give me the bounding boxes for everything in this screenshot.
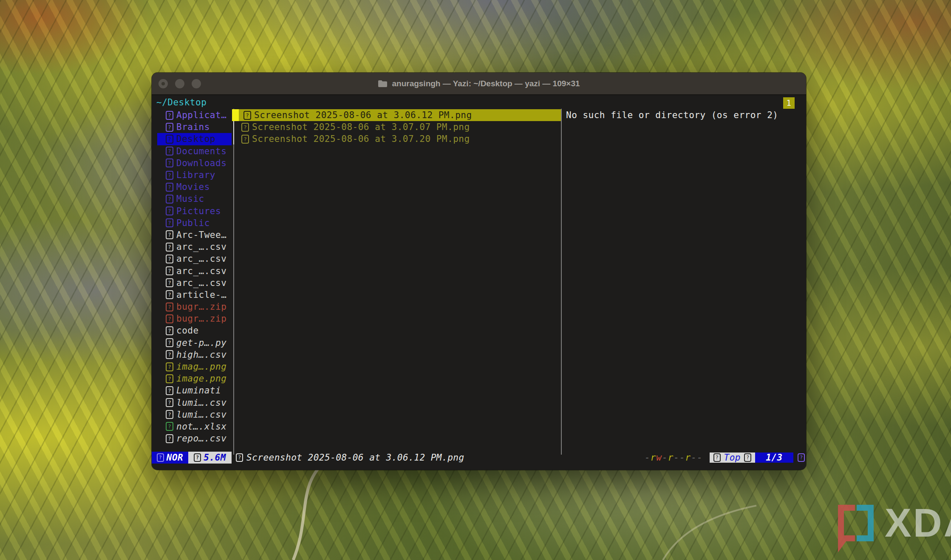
- unknown-glyph-icon: ?: [166, 290, 173, 299]
- file-row[interactable]: ? Screenshot 2025-08-06 at 3.06.12 PM.pn…: [232, 109, 561, 121]
- sidebar-item-label: article-…: [176, 290, 226, 300]
- pane-divider-left: [233, 109, 234, 455]
- sidebar-item[interactable]: ? high….csv: [157, 349, 232, 361]
- unknown-glyph-icon: ?: [166, 398, 173, 407]
- sidebar-item-label: lumi….csv: [176, 398, 226, 408]
- close-button[interactable]: [158, 79, 168, 88]
- sidebar-item[interactable]: ? arc_….csv: [157, 265, 232, 277]
- sidebar-item-label: arc_….csv: [176, 254, 226, 264]
- unknown-glyph-icon: ?: [166, 158, 173, 167]
- trailing-glyph: ?: [798, 453, 805, 462]
- sidebar-item[interactable]: ? get-p….py: [157, 337, 232, 349]
- sidebar-item-label: high….csv: [176, 350, 226, 360]
- sidebar-item[interactable]: ? Documents: [157, 145, 232, 157]
- unknown-glyph-icon: ?: [236, 453, 243, 462]
- sidebar-item[interactable]: ? lumi….csv: [157, 397, 232, 409]
- unknown-glyph-icon: ?: [166, 386, 173, 395]
- file-name: Screenshot 2025-08-06 at 3.07.20 PM.png: [252, 134, 470, 144]
- unknown-glyph-icon: ?: [166, 338, 173, 347]
- sidebar-item-label: code: [176, 325, 199, 336]
- mode-label: NOR: [167, 453, 183, 463]
- sidebar-item[interactable]: ? Pictures: [157, 205, 232, 217]
- unknown-glyph-icon: ?: [166, 206, 173, 215]
- unknown-glyph-icon: ?: [713, 453, 721, 462]
- cursor-position-label: 1/3: [766, 453, 782, 463]
- sidebar-item-label: Downloads: [176, 158, 226, 168]
- sidebar-item-label: Music: [176, 194, 204, 204]
- scroll-position-label: Top: [724, 453, 741, 463]
- sidebar-item-label: Public: [176, 218, 210, 228]
- unknown-glyph-icon: ?: [166, 362, 173, 371]
- sidebar-item-label: lumi….csv: [176, 410, 226, 420]
- sidebar-item-label: Arc-Twee…: [176, 230, 226, 240]
- sidebar-item[interactable]: ? article-…: [157, 289, 232, 301]
- sidebar-item[interactable]: ? code: [157, 325, 232, 337]
- unknown-glyph-icon: ?: [166, 183, 173, 192]
- sidebar-item[interactable]: ? arc_….csv: [157, 277, 232, 289]
- sidebar-item[interactable]: ? Movies: [157, 181, 232, 193]
- unknown-glyph-icon: ?: [166, 195, 173, 204]
- sidebar-item[interactable]: ? Music: [157, 193, 232, 205]
- sidebar-item[interactable]: ? Downloads: [157, 157, 232, 169]
- file-row[interactable]: ? Screenshot 2025-08-06 at 3.07.20 PM.pn…: [232, 133, 561, 145]
- status-bar: ? NOR ? 5.6M ? Screenshot 2025-08-06 at …: [152, 452, 806, 464]
- sidebar-item[interactable]: ? imag….png: [157, 361, 232, 373]
- unknown-glyph-icon: ?: [166, 218, 173, 227]
- sidebar-item-label: bugr….zip: [176, 302, 226, 312]
- sidebar-item[interactable]: ? arc_….csv: [157, 253, 232, 265]
- sidebar-item-label: imag….png: [176, 362, 226, 372]
- unknown-glyph-icon: ?: [166, 111, 173, 120]
- status-right-group: -rw-r--r-- ? Top ? 1/3 ?: [645, 452, 806, 464]
- current-path: ~/Desktop: [156, 96, 207, 108]
- file-row[interactable]: ? Screenshot 2025-08-06 at 3.07.07 PM.pn…: [232, 121, 561, 133]
- sidebar-item[interactable]: ? Applicat…: [157, 109, 232, 121]
- unknown-glyph-icon: ?: [744, 453, 751, 462]
- unknown-glyph-icon: ?: [166, 410, 173, 419]
- tab-count-badge[interactable]: 1: [783, 97, 795, 109]
- unknown-glyph-icon: ?: [166, 326, 173, 335]
- sidebar-item-label: arc_….csv: [176, 242, 226, 252]
- unknown-glyph-icon: ?: [798, 453, 805, 462]
- sidebar-item[interactable]: ? Public: [157, 217, 232, 229]
- sidebar-item-label: not….xlsx: [176, 421, 226, 432]
- sidebar-item-label: Desktop: [176, 134, 215, 144]
- preview-error-message: No such file or directory (os error 2): [566, 109, 804, 121]
- minimize-button[interactable]: [175, 79, 184, 88]
- sidebar-item[interactable]: ? bugr….zip: [157, 301, 232, 313]
- hovered-file-name: Screenshot 2025-08-06 at 3.06.12 PM.png: [246, 453, 464, 463]
- unknown-glyph-icon: ?: [157, 453, 164, 462]
- sidebar-item[interactable]: ? lumi….csv: [157, 409, 232, 421]
- sidebar-item[interactable]: ? Library: [157, 169, 232, 181]
- sidebar-item[interactable]: ? not….xlsx: [157, 421, 232, 433]
- unknown-glyph-icon: ?: [166, 374, 173, 383]
- sidebar-item-label: image.png: [176, 373, 226, 384]
- sidebar-item[interactable]: ? bugr….zip: [157, 313, 232, 325]
- cursor-marker: [232, 109, 239, 121]
- folder-icon: [378, 80, 388, 88]
- sidebar-item[interactable]: ? Arc-Twee…: [157, 229, 232, 241]
- unknown-glyph-icon: ?: [194, 453, 201, 462]
- sidebar-item-label: bugr….zip: [176, 314, 226, 324]
- xda-logo-icon: [838, 505, 880, 544]
- current-directory-pane: ? Screenshot 2025-08-06 at 3.06.12 PM.pn…: [232, 109, 561, 145]
- sidebar-item[interactable]: ? Luminati: [157, 385, 232, 396]
- traffic-lights: [158, 73, 201, 94]
- sidebar-item[interactable]: ? repo….csv: [157, 433, 232, 444]
- sidebar-item[interactable]: ? image.png: [157, 373, 232, 385]
- sidebar-item[interactable]: ? Desktop: [157, 133, 232, 145]
- sidebar-item-label: Applicat…: [176, 110, 226, 120]
- unknown-glyph-icon: ?: [166, 303, 173, 311]
- file-name: Screenshot 2025-08-06 at 3.07.07 PM.png: [252, 122, 470, 132]
- unknown-glyph-icon: ?: [166, 266, 173, 275]
- sidebar-item[interactable]: ? arc_….csv: [157, 241, 232, 253]
- unknown-glyph-icon: ?: [166, 278, 173, 287]
- sidebar-item-label: Luminati: [176, 385, 221, 396]
- sidebar-item[interactable]: ? Brains: [157, 121, 232, 133]
- unknown-glyph-icon: ?: [166, 314, 173, 323]
- zoom-button[interactable]: [192, 79, 201, 88]
- sidebar-item-label: repo….csv: [176, 433, 226, 444]
- cursor-position-segment: 1/3: [755, 453, 793, 463]
- window-titlebar[interactable]: anuragsingh — Yazi: ~/Desktop — yazi — 1…: [152, 73, 806, 95]
- sidebar-item-label: arc_….csv: [176, 266, 226, 276]
- unknown-glyph-icon: ?: [243, 111, 251, 120]
